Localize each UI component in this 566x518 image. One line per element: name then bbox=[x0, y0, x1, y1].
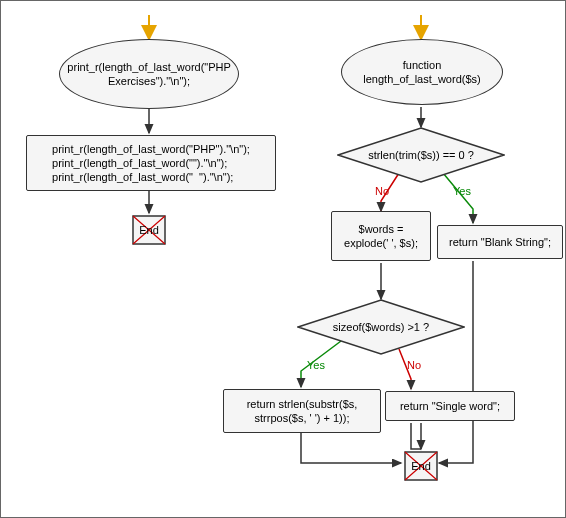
cond1-yes-label: Yes bbox=[453, 185, 471, 197]
func-header-text: function length_of_last_word($s) bbox=[350, 58, 494, 87]
return-single-text: return "Single word"; bbox=[400, 399, 500, 413]
svg-marker-8 bbox=[338, 128, 504, 182]
cond2-yes-label: Yes bbox=[307, 359, 325, 371]
return-blank-text: return "Blank String"; bbox=[449, 235, 551, 249]
return-blank-node: return "Blank String"; bbox=[437, 225, 563, 259]
return-len-node: return strlen(substr($s, strrpos($s, ' '… bbox=[223, 389, 381, 433]
explode-node: $words = explode(' ', $s); bbox=[331, 211, 431, 261]
left-calls-text: print_r(length_of_last_word("PHP")."\n")… bbox=[52, 142, 250, 185]
return-len-text: return strlen(substr($s, strrpos($s, ' '… bbox=[230, 397, 374, 426]
return-single-node: return "Single word"; bbox=[385, 391, 515, 421]
cond2-node: sizeof($words) >1 ? bbox=[297, 299, 465, 355]
explode-text: $words = explode(' ', $s); bbox=[338, 222, 424, 251]
svg-marker-9 bbox=[298, 300, 464, 354]
cond2-no-label: No bbox=[407, 359, 421, 371]
cond1-no-label: No bbox=[375, 185, 389, 197]
right-end-node: End bbox=[404, 451, 438, 481]
left-calls-node: print_r(length_of_last_word("PHP")."\n")… bbox=[26, 135, 276, 191]
cond1-node: strlen(trim($s)) == 0 ? bbox=[337, 127, 505, 183]
left-end-node: End bbox=[132, 215, 166, 245]
left-start-node: print_r(length_of_last_word("PHP Exercis… bbox=[59, 39, 239, 109]
func-header-node: function length_of_last_word($s) bbox=[341, 39, 503, 105]
left-start-text: print_r(length_of_last_word("PHP Exercis… bbox=[67, 60, 230, 89]
